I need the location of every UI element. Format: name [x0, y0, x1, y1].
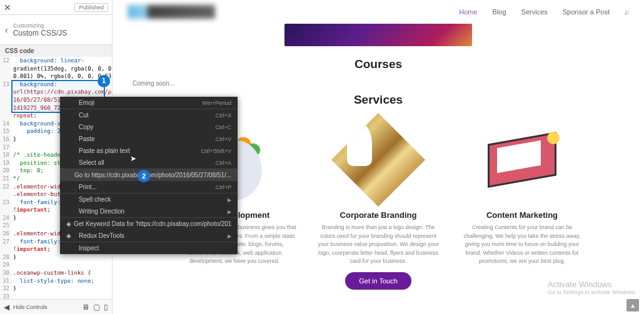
activate-title: Activate Windows — [548, 280, 636, 289]
main-nav: HomeBlogServicesSponsor a Post⌕ — [459, 7, 629, 16]
site-logo[interactable] — [128, 5, 215, 19]
nav-link[interactable]: Blog — [493, 8, 506, 16]
search-icon[interactable]: ⌕ — [625, 7, 629, 16]
annotation-marker-2: 2 — [138, 170, 150, 182]
activate-subtitle: Go to Settings to activate Windows. — [548, 289, 636, 295]
line-gutter: 1213141516171819202122232425262728293031… — [0, 57, 11, 299]
section-title: Custom CSS/JS — [13, 29, 68, 37]
courses-heading: Courses — [113, 57, 644, 71]
service-description: Branding is more than just a logo design… — [316, 223, 441, 266]
customizer-header: ✕ Published — [0, 0, 112, 15]
context-menu-item[interactable]: CutCtrl+X — [60, 109, 238, 121]
context-menu-item[interactable]: Paste as plain textCtrl+Shift+V — [60, 145, 238, 157]
activate-windows-watermark: Activate Windows Go to Settings to activ… — [548, 280, 636, 295]
service-description: Creating Contents for your brand can be … — [460, 223, 585, 266]
context-menu-item[interactable]: Writing Direction▶ — [60, 205, 238, 217]
scroll-top-button[interactable]: ▲ — [626, 299, 639, 312]
tablet-icon[interactable]: ▢ — [93, 303, 100, 312]
nav-link[interactable]: Services — [521, 8, 548, 16]
context-menu-item[interactable]: Print...Ctrl+P — [60, 181, 238, 193]
nav-link[interactable]: Home — [459, 8, 477, 16]
context-menu-item[interactable]: ◈Redux DevTools▶ — [60, 230, 238, 242]
back-icon[interactable]: ‹ — [5, 25, 8, 35]
context-menu-item[interactable]: CopyCtrl+C — [60, 121, 238, 133]
collapse-icon[interactable]: ◀ — [4, 303, 9, 312]
context-menu-item[interactable]: ◈Get Keyword Data for 'https://cdn.pixab… — [60, 218, 238, 230]
hide-controls-label[interactable]: Hide Controls — [13, 304, 48, 310]
service-title: Content Marketing — [486, 210, 558, 220]
customizing-label: Customizing — [13, 22, 68, 29]
context-menu-item[interactable]: EmojiWin+Period — [60, 97, 238, 109]
service-image — [475, 113, 569, 207]
coming-soon-text: Coming soon... — [133, 80, 644, 87]
service-card: Corporate BrandingBranding is more than … — [316, 113, 441, 266]
context-menu-item[interactable]: Inspect — [60, 242, 238, 254]
desktop-icon[interactable]: 🖥 — [82, 303, 89, 312]
customizer-footer: ◀ Hide Controls 🖥 ▢ ▯ — [0, 299, 112, 314]
get-in-touch-button[interactable]: Get in Touch — [345, 272, 411, 290]
context-menu-item[interactable]: PasteCtrl+V — [60, 133, 238, 145]
customizer-nav: ‹ Customizing Custom CSS/JS — [0, 15, 112, 45]
css-code-label: CSS code — [0, 45, 112, 57]
mobile-icon[interactable]: ▯ — [104, 303, 108, 312]
service-card: Content MarketingCreating Contents for y… — [460, 113, 585, 266]
nav-link[interactable]: Sponsor a Post — [563, 8, 610, 16]
published-button[interactable]: Published — [74, 3, 108, 12]
service-image — [331, 113, 425, 207]
service-title: Corporate Branding — [340, 210, 417, 220]
close-icon[interactable]: ✕ — [4, 2, 11, 12]
annotation-marker-1: 1 — [98, 75, 110, 87]
context-menu-item[interactable]: Select allCtrl+A — [60, 157, 238, 169]
hero-banner — [284, 24, 472, 46]
site-header: HomeBlogServicesSponsor a Post⌕ — [113, 0, 644, 24]
context-menu-item[interactable]: Spell check▶ — [60, 194, 238, 205]
